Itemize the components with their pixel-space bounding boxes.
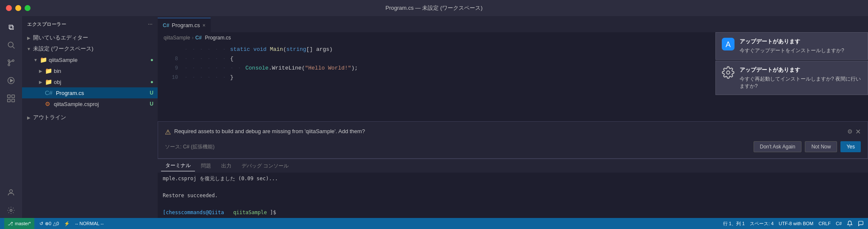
terminal-user: [chesscommands@Qiita bbox=[163, 209, 224, 215]
notification-2-title: アップデートがあります bbox=[740, 66, 862, 74]
inline-notif-actions: ソース: C# (拡張機能) Don't Ask Again Not Now Y… bbox=[165, 141, 861, 152]
terminal-line-3: Restore succeeded. bbox=[163, 191, 863, 200]
sidebar-item-outline[interactable]: ▶ アウトライン bbox=[22, 112, 158, 123]
status-errors: ⊗0 bbox=[45, 221, 51, 226]
window-title: Program.cs — 未設定 (ワークスペース) bbox=[386, 4, 483, 12]
sidebar-title: エクスプローラー bbox=[27, 21, 66, 28]
minimize-button[interactable] bbox=[15, 5, 21, 11]
sync-icon: ↺ bbox=[39, 221, 43, 226]
tab-label: Program.cs bbox=[172, 22, 200, 28]
account-icon[interactable] bbox=[3, 185, 19, 200]
status-lightning[interactable]: ⚡ bbox=[64, 221, 70, 226]
warning-icon: ⚠ bbox=[165, 128, 171, 137]
svg-rect-8 bbox=[8, 95, 11, 98]
sidebar-item-programcs[interactable]: C# Program.cs U bbox=[22, 87, 158, 98]
sidebar-menu[interactable]: ··· bbox=[148, 22, 153, 27]
main-content: ⧉ bbox=[0, 16, 868, 218]
panel-tab-debug[interactable]: デバッグ コンソール bbox=[237, 161, 293, 171]
terminal-line-1: mple.csproj を復元しました (0.09 sec)... bbox=[163, 174, 863, 183]
notif-gear-icon[interactable]: ⚙ bbox=[847, 128, 853, 135]
status-feedback[interactable] bbox=[858, 221, 864, 226]
breadcrumb-file-icon: C# bbox=[195, 35, 202, 41]
status-language[interactable]: C# bbox=[836, 221, 842, 226]
status-branch[interactable]: ⎇ master* bbox=[4, 218, 34, 229]
obj-folder-icon: 📁 bbox=[45, 78, 52, 85]
notification-1-desc: 今すぐアップデートをインストールしますか? bbox=[740, 47, 862, 54]
status-notifications[interactable] bbox=[847, 221, 853, 226]
search-icon[interactable] bbox=[3, 37, 19, 53]
panel-tab-terminal[interactable]: ターミナル bbox=[161, 160, 195, 171]
notif-close-icon[interactable]: ✕ bbox=[855, 128, 861, 136]
close-button[interactable] bbox=[6, 5, 12, 11]
workspace-label: 未設定 (ワークスペース) bbox=[33, 45, 93, 53]
folder-icon: 📁 bbox=[40, 56, 47, 63]
breadcrumb-file: C# Program.cs bbox=[195, 35, 231, 41]
breadcrumb-sep1: › bbox=[192, 35, 194, 41]
programcs-label: Program.cs bbox=[56, 90, 84, 96]
files-icon[interactable]: ⧉ bbox=[3, 20, 19, 35]
maximize-button[interactable] bbox=[25, 5, 31, 11]
dont-ask-again-button[interactable]: Don't Ask Again bbox=[754, 141, 802, 152]
status-spaces[interactable]: スペース: 4 bbox=[750, 221, 773, 227]
inline-notif-text: Required assets to build and debug are m… bbox=[174, 128, 365, 135]
tab-bar: C# Program.cs × bbox=[158, 16, 868, 32]
svg-point-3 bbox=[12, 60, 14, 61]
cs-file-icon: C# bbox=[45, 89, 53, 96]
arrow-down-icon: ▼ bbox=[25, 45, 32, 52]
csproj-label: qiitaSample.csproj bbox=[54, 101, 99, 107]
notification-1-body: アップデートがあります 今すぐアップデートをインストールしますか? bbox=[740, 38, 862, 54]
run-icon[interactable] bbox=[3, 73, 19, 88]
obj-arrow-icon: ▶ bbox=[37, 78, 44, 85]
svg-rect-9 bbox=[12, 95, 15, 98]
not-now-button[interactable]: Not Now bbox=[805, 141, 837, 152]
panel-tab-problems[interactable]: 問題 bbox=[197, 161, 215, 171]
status-position[interactable]: 行 1、列 1 bbox=[723, 221, 745, 227]
status-bar: ⎇ master* ↺ ⊗0 △0 ⚡ -- NORMAL -- 行 1、列 1… bbox=[0, 218, 868, 229]
inline-notif-header: ⚠ Required assets to build and debug are… bbox=[165, 128, 861, 137]
status-line-ending[interactable]: CRLF bbox=[818, 221, 831, 226]
obj-label: obj bbox=[54, 79, 61, 85]
status-encoding[interactable]: UTF-8 with BOM bbox=[779, 221, 813, 226]
bin-label: bin bbox=[54, 68, 61, 74]
sidebar-item-obj[interactable]: ▶ 📁 obj ● bbox=[22, 76, 158, 87]
terminal-prompt: ]$ bbox=[270, 209, 276, 215]
settings-icon[interactable] bbox=[3, 203, 19, 218]
arrow-right-icon: ▶ bbox=[25, 34, 32, 41]
panel: ターミナル 問題 出力 デバッグ コンソール mple.csproj を復元しま… bbox=[158, 159, 868, 218]
branch-icon: ⎇ bbox=[8, 221, 13, 226]
terminal-line-2 bbox=[163, 183, 863, 191]
panel-tabs: ターミナル 問題 出力 デバッグ コンソール bbox=[158, 159, 868, 173]
notifications-area: A アップデートがあります 今すぐアップデートをインストールしますか? アップデ… bbox=[715, 32, 868, 95]
yes-button[interactable]: Yes bbox=[840, 141, 861, 152]
svg-marker-7 bbox=[10, 79, 13, 82]
sidebar-item-csproj[interactable]: ⚙ qiitaSample.csproj U bbox=[22, 98, 158, 109]
outline-label: アウトライン bbox=[33, 114, 66, 121]
sidebar-item-open-editors[interactable]: ▶ 開いているエディター bbox=[22, 32, 158, 43]
title-bar: Program.cs — 未設定 (ワークスペース) bbox=[0, 0, 868, 16]
lightning-icon: ⚡ bbox=[64, 221, 70, 226]
notif-buttons: Don't Ask Again Not Now Yes bbox=[754, 141, 861, 152]
status-sync[interactable]: ↺ ⊗0 △0 bbox=[39, 221, 59, 226]
svg-line-1 bbox=[13, 47, 15, 49]
breadcrumb-folder[interactable]: qiitaSample bbox=[164, 35, 190, 41]
bin-folder-icon: 📁 bbox=[45, 67, 52, 74]
folder-label: qiitaSample bbox=[49, 57, 78, 63]
sidebar: エクスプローラー ··· ▶ 開いているエディター ▼ 未設定 (ワークスペース… bbox=[22, 16, 158, 218]
sidebar-item-bin[interactable]: ▶ 📁 bin bbox=[22, 65, 158, 76]
svg-text:A: A bbox=[726, 40, 731, 49]
csproj-file-icon: ⚙ bbox=[45, 101, 50, 107]
terminal-line-5: [chesscommands@Qiita qiitaSample ]$ bbox=[163, 208, 863, 217]
sidebar-item-qiitasample[interactable]: ▼ 📁 qiitaSample ● bbox=[22, 54, 158, 65]
activity-bar: ⧉ bbox=[0, 16, 22, 218]
svg-point-2 bbox=[8, 60, 10, 61]
tab-close-button[interactable]: × bbox=[203, 22, 206, 28]
notification-update-2: アップデートがあります 今すぐ再起動してインストールしますか? 夜間に行いますか… bbox=[715, 61, 868, 95]
tab-programcs[interactable]: C# Program.cs × bbox=[158, 18, 211, 32]
svg-point-0 bbox=[8, 42, 13, 47]
sidebar-header: エクスプローラー ··· bbox=[22, 16, 158, 32]
modified-badge: ● bbox=[150, 57, 153, 63]
git-icon[interactable] bbox=[3, 55, 19, 70]
sidebar-item-workspace[interactable]: ▼ 未設定 (ワークスペース) bbox=[22, 43, 158, 54]
extensions-icon[interactable] bbox=[3, 91, 19, 106]
panel-tab-output[interactable]: 出力 bbox=[217, 161, 236, 171]
